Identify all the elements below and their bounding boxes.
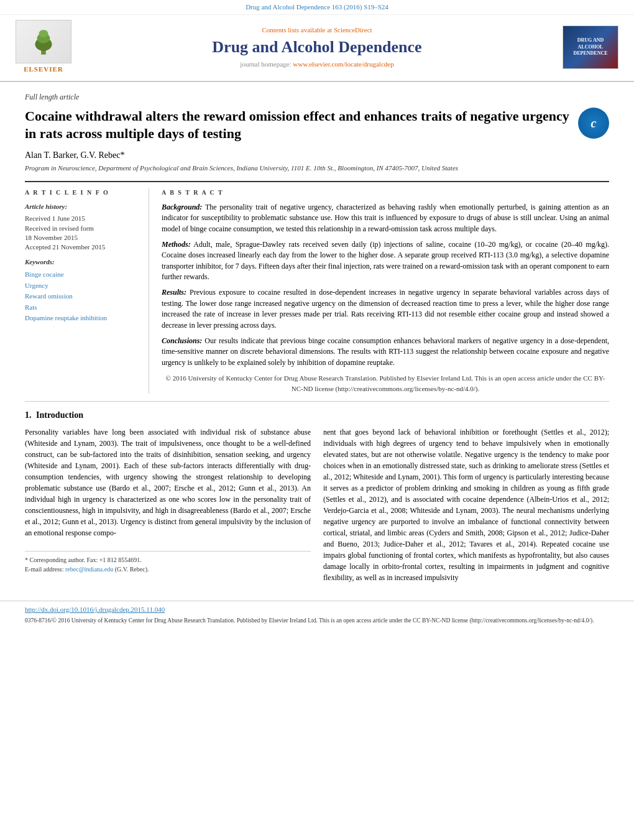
intro-para1: Personality variables have long been ass… [25,427,311,538]
sciencedirect-name[interactable]: ScienceDirect [334,26,372,34]
background-label: Background: [162,203,202,211]
homepage-url[interactable]: www.elsevier.com/locate/drugalcdep [293,60,393,68]
footnote-area: * Corresponding author. Fax: +1 812 8554… [25,551,311,574]
article-type: Full length article [25,88,609,103]
footer-copyright: 0376-8716/© 2016 University of Kentucky … [25,616,609,625]
page-container: Drug and Alcohol Dependence 163 (2016) S… [0,0,634,629]
background-text: The personality trait of negative urgenc… [162,203,609,233]
footnote-email[interactable]: rebec@indiana.edu [65,566,113,573]
footer-doi-link[interactable]: http://dx.doi.org/10.1016/j.drugalcdep.2… [25,605,609,614]
keyword-item[interactable]: Reward omission [25,291,139,302]
abstract-heading: A B S T R A C T [162,188,609,197]
crossmark-badge[interactable]: c [578,108,609,139]
body-col-right: nent that goes beyond lack of behavioral… [323,427,609,588]
authors-text: Alan T. Barker, G.V. Rebec* [25,150,124,160]
email-label: E-mail address: [25,566,63,573]
copyright-text: © 2016 University of Kentucky Center for… [166,374,605,392]
journal-logo-text: DRUG AND ALCOHOL DEPENDENCE [566,37,615,57]
article-info-col: A R T I C L E I N F O Article history: R… [25,188,149,394]
authors: Alan T. Barker, G.V. Rebec* [25,149,609,162]
doi-bar: Drug and Alcohol Dependence 163 (2016) S… [0,0,634,15]
footnote-email-line: E-mail address: rebec@indiana.edu (G.V. … [25,565,311,574]
doi-text: Drug and Alcohol Dependence 163 (2016) S… [246,3,388,11]
abstract-background: Background: The personality trait of neg… [162,202,609,234]
history-label: Article history: [25,202,139,211]
homepage-label: journal homepage: [240,60,291,68]
results-label: Results: [162,288,186,297]
elsevier-logo-box: ELSEVIER [12,20,75,74]
abstract-copyright: © 2016 University of Kentucky Center for… [162,373,609,394]
journal-logo-img: DRUG AND ALCOHOL DEPENDENCE [563,25,618,69]
conclusions-text: Our results indicate that previous binge… [162,336,609,367]
methods-label: Methods: [162,240,191,249]
keyword-item[interactable]: Urgency [25,280,139,292]
article-info-heading: A R T I C L E I N F O [25,188,139,197]
keyword-item[interactable]: Dopamine reuptake inhibition [25,313,139,324]
contents-label: Contents lists available at [262,26,332,34]
elsevier-tree-icon [25,28,62,56]
keyword-item[interactable]: Binge cocaine [25,269,139,280]
received-revised: Received in revised form [25,224,139,233]
accepted: Accepted 21 November 2015 [25,242,139,252]
journal-logo-box: DRUG AND ALCOHOL DEPENDENCE [559,25,622,69]
journal-title-main: Drug and Alcohol Dependence [87,37,547,57]
intro-para1-text: Personality variables have long been ass… [25,428,311,537]
elsevier-label: ELSEVIER [24,65,63,74]
article-title: Cocaine withdrawal alters the reward omi… [25,108,609,143]
footnote-corresponding: Corresponding author. Fax: +1 812 855469… [30,556,142,563]
keywords-label: Keywords: [25,257,139,267]
keywords-list: Binge cocaineUrgencyReward omissionRatsD… [25,269,139,324]
abstract-col: A B S T R A C T Background: The personal… [162,188,609,394]
article-title-text: Cocaine withdrawal alters the reward omi… [25,108,569,142]
abstract-conclusions: Conclusions: Our results indicate that p… [162,336,609,368]
keyword-item[interactable]: Rats [25,302,139,313]
received1: Received 1 June 2015 [25,214,139,223]
intro-heading: 1. Introduction [25,409,609,422]
intro-para2-text: nent that goes beyond lack of behavioral… [323,428,609,582]
footnote-symbol: * [25,556,30,563]
article-content: Full length article Cocaine withdrawal a… [0,82,634,594]
footnote-text: * Corresponding author. Fax: +1 812 8554… [25,555,311,565]
page-footer: http://dx.doi.org/10.1016/j.drugalcdep.2… [0,601,634,629]
journal-header: ELSEVIER Contents lists available at Sci… [0,15,634,81]
received-revised2: 18 November 2015 [25,233,139,242]
body-section: Personality variables have long been ass… [25,427,609,588]
svg-point-3 [39,30,48,37]
conclusions-label: Conclusions: [162,336,202,345]
intro-number: 1. [25,410,32,420]
footnote-email-note: (G.V. Rebec). [115,566,149,573]
article-info-abstract-section: A R T I C L E I N F O Article history: R… [25,181,609,394]
abstract-methods: Methods: Adult, male, Sprague-Dawley rat… [162,239,609,283]
journal-homepage: journal homepage: www.elsevier.com/locat… [87,60,547,69]
elsevier-logo-img [16,20,71,63]
intro-title: Introduction [36,410,83,420]
methods-text: Adult, male, Sprague-Dawley rats receive… [162,240,609,281]
journal-center: Contents lists available at ScienceDirec… [75,25,559,69]
sciencedirect-link: Contents lists available at ScienceDirec… [87,25,547,35]
body-col-left: Personality variables have long been ass… [25,427,311,588]
abstract-results: Results: Previous exposure to cocaine re… [162,287,609,331]
separator [25,401,609,402]
crossmark-icon: c [591,115,597,131]
affiliation: Program in Neuroscience, Department of P… [25,164,609,173]
results-text: Previous exposure to cocaine resulted in… [162,288,609,329]
intro-para2: nent that goes beyond lack of behavioral… [323,427,609,583]
